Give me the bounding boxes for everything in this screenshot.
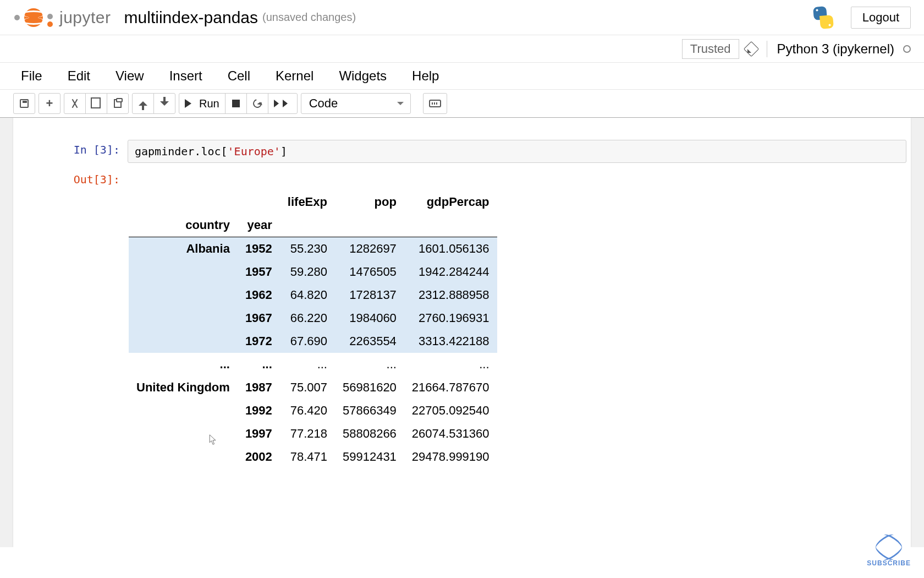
notebook-frame: In [3]: gapminder.loc['Europe'] Out[3]: … (0, 118, 924, 547)
cell-pop: 1984060 (335, 307, 404, 330)
separator (767, 41, 767, 57)
dataframe-table: lifeExp pop gdpPercap country year Alban… (129, 190, 497, 468)
cell-type-select[interactable]: Code (301, 93, 411, 114)
cell-lifeExp: 78.471 (280, 445, 335, 468)
cell-gdpPercap: ... (404, 353, 497, 376)
run-label: Run (199, 97, 219, 110)
cell-type-value: Code (309, 96, 338, 111)
dna-icon (878, 536, 900, 547)
cell-lifeExp: 76.420 (280, 399, 335, 422)
trusted-indicator[interactable]: Trusted (682, 39, 739, 59)
insert-cell-button[interactable]: + (38, 93, 61, 114)
cell-lifeExp: 55.230 (280, 237, 335, 261)
toolbar: + Run Code (0, 90, 924, 118)
cell-pop: 57866349 (335, 399, 404, 422)
menu-help[interactable]: Help (412, 68, 439, 84)
logout-button[interactable]: Logout (851, 7, 911, 29)
cell-pop: 1476505 (335, 260, 404, 283)
menu-kernel[interactable]: Kernel (276, 68, 314, 84)
cell-pop: 58808266 (335, 422, 404, 445)
restart-button[interactable] (246, 93, 268, 114)
cell-lifeExp: 66.220 (280, 307, 335, 330)
notebook-title[interactable]: multiindex-pandas (124, 8, 258, 27)
command-palette-button[interactable] (423, 93, 447, 114)
cell-gdpPercap: 22705.092540 (404, 399, 497, 422)
menu-bar: File Edit View Insert Cell Kernel Widget… (0, 63, 924, 90)
code-string-literal: 'Europe' (228, 145, 280, 158)
jupyter-logo[interactable]: jupyter (13, 7, 111, 28)
cell-gdpPercap: 2760.196931 (404, 307, 497, 330)
edit-icon[interactable] (743, 41, 758, 56)
cell-year: 1987 (238, 376, 280, 399)
scissors-icon (70, 99, 79, 108)
kernel-status-icon (903, 45, 911, 53)
restart-run-all-button[interactable] (268, 93, 298, 114)
column-header-row: lifeExp pop gdpPercap (129, 190, 497, 214)
cell-year: 2002 (238, 445, 280, 468)
cell-gdpPercap: 3313.422188 (404, 330, 497, 353)
jupyter-planet-icon (24, 8, 43, 27)
menu-file[interactable]: File (21, 68, 42, 84)
cell-country (129, 422, 238, 445)
cell-year: 1962 (238, 283, 280, 307)
menu-cell[interactable]: Cell (228, 68, 250, 84)
code-input[interactable]: gapminder.loc['Europe'] (128, 140, 906, 163)
out-prompt: Out[3]: (18, 170, 128, 186)
logo-dot-icon (47, 21, 53, 27)
table-row: 199777.2185880826626074.531360 (129, 422, 497, 445)
menu-widgets[interactable]: Widgets (339, 68, 387, 84)
table-row: Albania195255.23012826971601.056136 (129, 237, 497, 261)
table-row: 197267.69022635543313.422188 (129, 330, 497, 353)
move-up-button[interactable] (132, 93, 154, 114)
logo-dot-icon (14, 15, 20, 20)
cell-gdpPercap: 26074.531360 (404, 422, 497, 445)
cell-pop: 2263554 (335, 330, 404, 353)
table-row: United Kingdom198775.0075698162021664.78… (129, 376, 497, 399)
arrow-down-icon (160, 101, 169, 110)
cell-gdpPercap: 21664.787670 (404, 376, 497, 399)
table-row: 195759.28014765051942.284244 (129, 260, 497, 283)
cell-gdpPercap: 1601.056136 (404, 237, 497, 261)
menu-insert[interactable]: Insert (169, 68, 202, 84)
index-names-row: country year (129, 214, 497, 237)
code-text: ] (280, 145, 287, 158)
run-group: Run (179, 93, 298, 114)
copy-button[interactable] (85, 93, 107, 114)
paste-icon (114, 99, 122, 108)
cell-country: Albania (129, 237, 238, 261)
stop-icon (232, 100, 240, 107)
menu-edit[interactable]: Edit (68, 68, 90, 84)
cell-year: 1992 (238, 399, 280, 422)
cell-year: ... (238, 353, 280, 376)
cell-country (129, 260, 238, 283)
clipboard-group (64, 93, 129, 114)
fast-forward-icon (274, 100, 292, 107)
cell-pop: 56981620 (335, 376, 404, 399)
cut-button[interactable] (64, 93, 86, 114)
cell-pop: 1728137 (335, 283, 404, 307)
subscribe-badge[interactable]: SUBSCRIBE (867, 536, 911, 547)
output-cell: Out[3]: (13, 170, 911, 186)
table-row: 196766.22019840602760.196931 (129, 307, 497, 330)
play-icon (185, 99, 196, 108)
move-cell-group (132, 93, 175, 114)
run-button[interactable]: Run (179, 93, 226, 114)
col-lifeExp: lifeExp (280, 190, 335, 214)
interrupt-button[interactable] (225, 93, 247, 114)
move-down-button[interactable] (153, 93, 175, 114)
cell-gdpPercap: 2312.888958 (404, 283, 497, 307)
notebook-save-status: (unsaved changes) (262, 11, 356, 24)
kernel-name-label[interactable]: Python 3 (ipykernel) (777, 41, 894, 57)
cell-country (129, 307, 238, 330)
copy-icon (92, 99, 100, 108)
menu-view[interactable]: View (116, 68, 144, 84)
code-cell[interactable]: In [3]: gapminder.loc['Europe'] (13, 140, 911, 163)
cell-country: United Kingdom (129, 376, 238, 399)
idx-year: year (238, 214, 280, 237)
paste-button[interactable] (107, 93, 129, 114)
cell-pop: ... (335, 353, 404, 376)
cell-lifeExp: ... (280, 353, 335, 376)
save-button[interactable] (13, 93, 35, 114)
idx-country: country (129, 214, 238, 237)
cell-country (129, 445, 238, 468)
